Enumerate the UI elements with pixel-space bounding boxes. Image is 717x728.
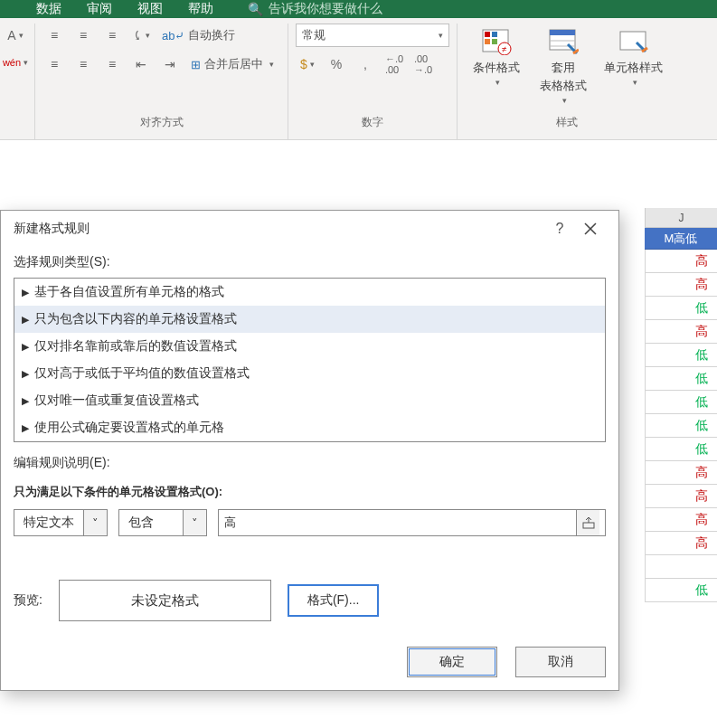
column-letter-J[interactable]: J — [645, 208, 717, 228]
cell[interactable] — [645, 555, 717, 579]
group-label-alignment: 对齐方式 — [140, 115, 184, 136]
arrow-icon: ▶ — [22, 287, 29, 298]
arrow-icon: ▶ — [22, 341, 29, 353]
align-top-button[interactable]: ≡ — [42, 24, 66, 47]
svg-text:≠: ≠ — [502, 44, 507, 54]
dialog-titlebar[interactable]: 新建格式规则 ? — [1, 211, 618, 247]
edit-rule-label: 编辑规则说明(E): — [14, 455, 606, 471]
tab-review[interactable]: 审阅 — [87, 1, 112, 17]
chevron-down-icon: ▾ — [495, 78, 500, 87]
conditional-format-button[interactable]: ≠ 条件格式 ▾ — [465, 24, 528, 89]
condition-label: 只为满足以下条件的单元格设置格式(O): — [14, 484, 606, 500]
arrow-icon: ▶ — [22, 422, 29, 434]
increase-decimal-button[interactable]: ←.0.00 — [382, 52, 406, 76]
rule-type-item[interactable]: ▶仅对高于或低于平均值的数值设置格式 — [14, 360, 605, 387]
cell[interactable]: 低 — [645, 579, 717, 602]
arrow-icon: ▶ — [22, 368, 29, 380]
pinyin-guide-button[interactable]: wén▾ — [4, 51, 27, 74]
svg-rect-8 — [550, 30, 575, 35]
svg-rect-4 — [492, 39, 497, 44]
align-middle-button[interactable]: ≡ — [71, 24, 95, 47]
rule-type-item[interactable]: ▶仅对排名靠前或靠后的数值设置格式 — [14, 333, 605, 360]
rule-type-item[interactable]: ▶基于各自值设置所有单元格的格式 — [14, 279, 605, 306]
svg-rect-1 — [485, 32, 490, 37]
select-rule-type-label: 选择规则类型(S): — [14, 254, 606, 270]
group-label-font — [14, 118, 16, 136]
currency-icon: $ — [300, 57, 307, 71]
condition-value-input[interactable]: 高 — [218, 509, 606, 536]
align-left-button[interactable]: ≡ — [42, 52, 66, 76]
tab-help[interactable]: 帮助 — [188, 1, 213, 17]
chevron-down-icon: ▾ — [269, 60, 274, 69]
cell[interactable]: 低 — [645, 414, 717, 438]
conditional-format-icon: ≠ — [480, 25, 513, 58]
merge-center-button[interactable]: ⊞ 合并后居中 ▾ — [187, 54, 278, 74]
merge-icon: ⊞ — [191, 58, 201, 71]
number-format-combo[interactable]: 常规 ▾ — [296, 24, 449, 47]
cell[interactable]: 低 — [645, 391, 717, 414]
arrow-icon: ▶ — [22, 395, 29, 407]
cell[interactable]: 低 — [645, 297, 717, 320]
currency-button[interactable]: $▾ — [296, 52, 319, 76]
condition-type-combo[interactable]: 特定文本 ˅ — [14, 509, 108, 536]
cell[interactable]: 低 — [645, 438, 717, 461]
help-button[interactable]: ? — [544, 213, 575, 244]
tell-me-search[interactable]: 🔍 告诉我你想要做什么 — [248, 1, 382, 17]
cell[interactable]: 高 — [645, 320, 717, 344]
percent-button[interactable]: % — [325, 52, 348, 76]
comma-button[interactable]: , — [354, 52, 377, 76]
rule-type-item[interactable]: ▶使用公式确定要设置格式的单元格 — [14, 414, 605, 441]
group-label-styles: 样式 — [556, 115, 578, 136]
range-selector-icon — [582, 516, 595, 529]
tab-data[interactable]: 数据 — [36, 1, 61, 17]
align-center-button[interactable]: ≡ — [71, 52, 95, 76]
arrow-icon: ▶ — [22, 314, 29, 326]
cell[interactable]: 低 — [645, 344, 717, 367]
cell[interactable]: 高 — [645, 250, 717, 273]
align-right-button[interactable]: ≡ — [100, 52, 124, 76]
preview-label: 预览: — [14, 592, 42, 609]
range-selector-button[interactable] — [576, 510, 599, 535]
increase-indent-button[interactable]: ⇥ — [158, 52, 182, 76]
cell[interactable]: 高 — [645, 485, 717, 508]
rule-type-item[interactable]: ▶仅对唯一值或重复值设置格式 — [14, 387, 605, 414]
data-column: 高 高 低 高 低 低 低 低 低 高 高 高 高 低 — [645, 250, 717, 602]
ok-button[interactable]: 确定 — [407, 647, 497, 677]
chevron-down-icon: ▾ — [439, 31, 443, 40]
cell[interactable]: 高 — [645, 461, 717, 485]
cell[interactable]: 高 — [645, 508, 717, 532]
ribbon: A▾ wén▾ ≡ ≡ ≡ ⤹▾ ab⤶ 自动换行 ≡ ≡ ≡ ⇤ — [0, 18, 717, 140]
chevron-down-icon: ▾ — [562, 96, 567, 105]
cancel-button[interactable]: 取消 — [515, 647, 606, 677]
svg-rect-2 — [492, 32, 497, 37]
tab-view[interactable]: 视图 — [137, 1, 163, 17]
cell-styles-icon — [618, 25, 650, 58]
column-header-cell[interactable]: M高低 — [645, 228, 717, 250]
format-button[interactable]: 格式(F)... — [288, 584, 380, 617]
orientation-button[interactable]: ⤹▾ — [129, 24, 153, 47]
ribbon-tabs: 数据 审阅 视图 帮助 🔍 告诉我你想要做什么 — [0, 0, 717, 18]
decrease-decimal-button[interactable]: .00→.0 — [411, 52, 435, 76]
cell-styles-button[interactable]: 单元格样式 ▾ — [599, 24, 668, 89]
svg-rect-14 — [583, 523, 594, 528]
rule-type-list[interactable]: ▶基于各自值设置所有单元格的格式 ▶只为包含以下内容的单元格设置格式 ▶仅对排名… — [14, 278, 606, 442]
new-format-rule-dialog: 新建格式规则 ? 选择规则类型(S): ▶基于各自值设置所有单元格的格式 ▶只为… — [0, 210, 619, 691]
cell[interactable]: 高 — [645, 532, 717, 555]
wrap-text-button[interactable]: ab⤶ 自动换行 — [158, 25, 239, 45]
dialog-title: 新建格式规则 — [14, 221, 90, 237]
group-label-number: 数字 — [362, 115, 383, 136]
cell[interactable]: 高 — [645, 273, 717, 297]
font-size-button[interactable]: A▾ — [4, 24, 27, 47]
table-format-icon — [547, 25, 580, 58]
svg-rect-3 — [485, 39, 490, 44]
chevron-down-icon[interactable]: ˅ — [83, 510, 107, 535]
table-format-button[interactable]: 套用 表格格式 ▾ — [532, 24, 595, 107]
align-bottom-button[interactable]: ≡ — [100, 24, 124, 47]
condition-operator-combo[interactable]: 包含 ˅ — [118, 509, 207, 536]
rule-type-item[interactable]: ▶只为包含以下内容的单元格设置格式 — [14, 306, 605, 333]
chevron-down-icon[interactable]: ˅ — [183, 510, 206, 535]
preview-box: 未设定格式 — [59, 580, 271, 621]
close-button[interactable] — [575, 213, 606, 244]
decrease-indent-button[interactable]: ⇤ — [129, 52, 153, 76]
cell[interactable]: 低 — [645, 367, 717, 391]
